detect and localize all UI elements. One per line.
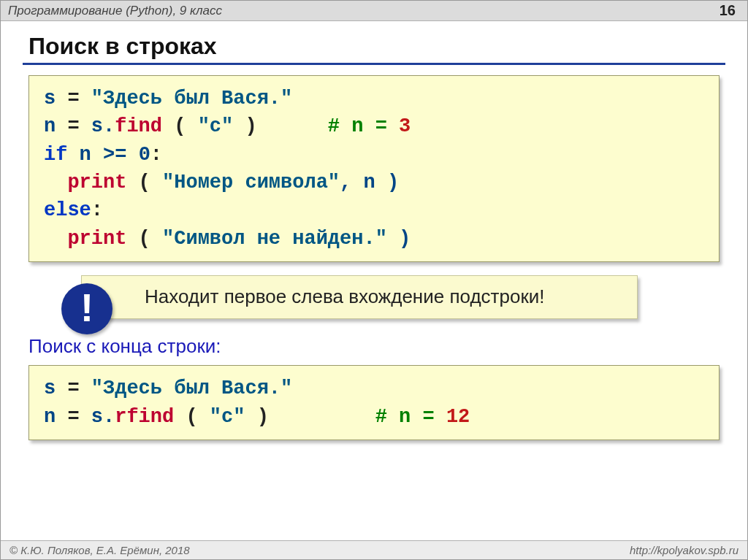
code-block-find: s = "Здесь был Вася." n = s.find ( "с" )…: [28, 75, 720, 262]
code-token: find: [115, 115, 162, 137]
code-token: (: [126, 172, 162, 193]
code-indent: [44, 172, 67, 193]
code-result: 12: [446, 406, 470, 428]
code-keyword: else: [44, 199, 91, 221]
code-comment: # n =: [269, 406, 446, 428]
code-token: (: [162, 115, 198, 137]
slide-title: Поиск в строках: [23, 27, 725, 65]
code-token: (: [126, 228, 162, 250]
code-token: s.: [91, 115, 115, 137]
code-token: :: [91, 199, 103, 221]
slide-footer: © К.Ю. Поляков, Е.А. Ерёмин, 2018 http:/…: [1, 540, 747, 559]
code-token: =: [56, 377, 91, 399]
code-token: rfind: [115, 406, 174, 428]
slide-header: Программирование (Python), 9 класс 16: [1, 1, 747, 21]
exclamation-icon: !: [61, 283, 112, 334]
code-token: "Здесь был Вася.": [91, 88, 292, 110]
code-token: "Символ не найден.": [162, 228, 387, 250]
code-token: =: [56, 406, 91, 428]
course-title: Программирование (Python), 9 класс: [8, 4, 222, 18]
code-token: =: [56, 88, 91, 110]
code-indent: [44, 228, 67, 250]
code-token: n >=: [67, 144, 138, 166]
code-block-rfind: s = "Здесь был Вася." n = s.rfind ( "с" …: [28, 365, 720, 440]
code-token: 0: [139, 144, 150, 166]
copyright: © К.Ю. Поляков, Е.А. Ерёмин, 2018: [9, 544, 190, 556]
code-keyword: if: [44, 144, 67, 166]
code-token: "Номер символа": [162, 172, 340, 193]
slide-content: Поиск в строках s = "Здесь был Вася." n …: [1, 21, 747, 440]
code-token: =: [56, 115, 91, 137]
code-token: :: [150, 144, 162, 166]
code-token: "с": [210, 406, 245, 428]
code-token: (: [174, 406, 210, 428]
footer-url: http://kpolyakov.spb.ru: [630, 544, 739, 556]
code-token: ): [387, 228, 411, 250]
code-token: , n ): [340, 172, 399, 193]
code-token: n: [44, 115, 56, 137]
page-number: 16: [720, 2, 736, 19]
code-token: s: [44, 88, 56, 110]
code-token: s.: [91, 406, 115, 428]
code-token: n: [44, 406, 56, 428]
code-result: 3: [399, 115, 411, 137]
tip-text: Находит первое слева вхождение подстроки…: [145, 285, 545, 307]
code-token: ): [233, 115, 256, 137]
code-token: print: [67, 172, 126, 193]
code-token: s: [44, 377, 56, 399]
code-token: "Здесь был Вася.": [91, 377, 292, 399]
code-token: print: [67, 228, 126, 250]
code-token: ): [245, 406, 268, 428]
code-token: "с": [198, 115, 234, 137]
tip-box: ! Находит первое слева вхождение подстро…: [81, 275, 638, 320]
code-comment: # n =: [257, 115, 399, 137]
subheading: Поиск с конца строки:: [28, 335, 725, 358]
